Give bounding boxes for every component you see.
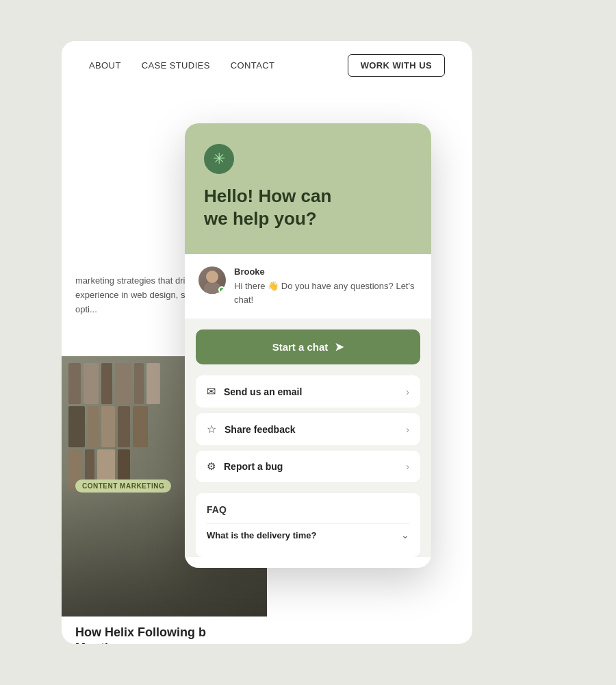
send-icon: ➤ xyxy=(335,340,344,353)
chevron-right-icon-3: › xyxy=(406,461,409,472)
action-feedback-label: Share feedback xyxy=(224,424,398,435)
agent-message: Hi there 👋 Do you have any questions? Le… xyxy=(234,279,418,306)
nav-about[interactable]: ABOUT xyxy=(89,60,121,71)
agent-head xyxy=(206,271,218,283)
faq-title: FAQ xyxy=(207,504,409,515)
start-chat-label: Start a chat xyxy=(272,341,329,353)
agent-name: Brooke xyxy=(234,266,418,277)
bug-icon: ⚙ xyxy=(207,460,216,473)
nav-bar: ABOUT CASE STUDIES CONTACT WORK WITH US xyxy=(62,41,472,89)
asterisk-icon: ✳ xyxy=(213,151,225,166)
action-feedback[interactable]: ☆ Share feedback › xyxy=(196,413,420,445)
action-list: ✉ Send us an email › ☆ Share feedback › … xyxy=(185,373,431,493)
widget-header: ✳ Hello! How can we help you? xyxy=(185,123,431,254)
action-bug[interactable]: ⚙ Report a bug › xyxy=(196,451,420,482)
widget-logo: ✳ xyxy=(204,144,234,174)
case-study-title: How Helix Following b Months. xyxy=(75,625,253,644)
action-email-label: Send us an email xyxy=(224,386,398,397)
chevron-right-icon-2: › xyxy=(406,424,409,435)
widget-body: Brooke Hi there 👋 Do you have any questi… xyxy=(185,254,431,557)
chat-content: Brooke Hi there 👋 Do you have any questi… xyxy=(234,266,418,306)
email-icon: ✉ xyxy=(207,385,216,398)
chat-widget: ✳ Hello! How can we help you? Brooke Hi … xyxy=(185,123,431,568)
widget-title: Hello! How can we help you? xyxy=(204,185,412,229)
start-chat-button[interactable]: Start a chat ➤ xyxy=(196,329,420,364)
widget-title-line1: Hello! How can xyxy=(204,186,331,206)
chat-preview: Brooke Hi there 👋 Do you have any questi… xyxy=(185,254,431,319)
nav-case-studies[interactable]: CASE STUDIES xyxy=(142,60,210,71)
content-marketing-badge: CONTENT MARKETING xyxy=(75,480,171,493)
faq-item-delivery[interactable]: What is the delivery time? ⌄ xyxy=(207,523,409,546)
agent-avatar xyxy=(198,266,226,294)
faq-section: FAQ What is the delivery time? ⌄ xyxy=(196,493,420,557)
background: ABOUT CASE STUDIES CONTACT WORK WITH US … xyxy=(0,0,616,685)
star-icon: ☆ xyxy=(207,423,216,436)
chevron-right-icon: › xyxy=(406,386,409,397)
faq-chevron-icon: ⌄ xyxy=(401,530,409,540)
faq-question-delivery: What is the delivery time? xyxy=(207,530,316,540)
online-indicator xyxy=(218,286,225,293)
action-bug-label: Report a bug xyxy=(224,461,398,472)
nav-work-with-us[interactable]: WORK WITH US xyxy=(348,54,445,77)
nav-contact[interactable]: CONTACT xyxy=(231,60,275,71)
widget-title-line2: we help you? xyxy=(204,208,317,229)
action-email[interactable]: ✉ Send us an email › xyxy=(196,375,420,408)
